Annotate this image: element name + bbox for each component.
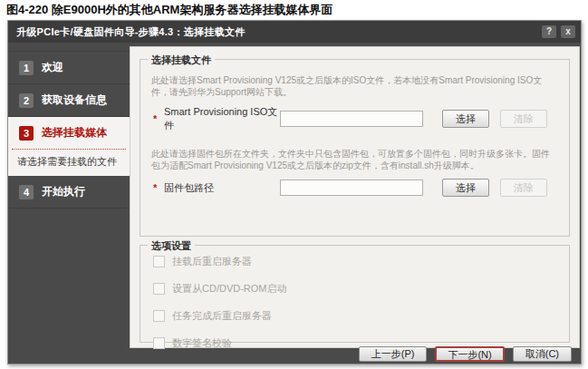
step-number: 1 xyxy=(19,61,34,75)
content-panel: 选择挂载文件 此处请选择Smart Provisioning V125或之后版本… xyxy=(130,46,580,348)
step-item-welcome: 1 欢迎 xyxy=(8,51,130,84)
firmware-path-input[interactable] xyxy=(280,180,423,196)
step-label: 选择挂载媒体 xyxy=(42,125,107,141)
active-step-description: 请选择需要挂载的文件 xyxy=(8,150,130,176)
iso-hint-text: 此处请选择Smart Provisioning V125或之后版本的ISO文件，… xyxy=(151,74,558,98)
required-mark: * xyxy=(151,113,164,124)
step-item-select-media-active: 3 选择挂载媒体 请选择需要挂载的文件 xyxy=(8,117,130,176)
step-item-device-info: 2 获取设备信息 xyxy=(8,84,130,117)
close-icon[interactable]: x xyxy=(561,25,575,38)
help-icon[interactable]: ? xyxy=(542,25,556,38)
iso-clear-button: 清除 xyxy=(500,110,547,128)
iso-file-input[interactable] xyxy=(280,111,423,127)
checkbox-label: 设置从CD/DVD-ROM启动 xyxy=(172,282,287,296)
checkbox-label: 任务完成后重启服务器 xyxy=(172,309,272,323)
screenshot-root: 图4-220 除E9000H外的其他ARM架构服务器选择挂载媒体界面 升级PCI… xyxy=(0,0,588,369)
step-number: 3 xyxy=(19,126,34,141)
upgrade-wizard-dialog: 升级PCIe卡/硬盘固件向导-步骤4.3：选择挂载文件 ? x 1 欢迎 2 获… xyxy=(7,20,582,364)
checkbox-icon[interactable] xyxy=(153,310,165,322)
iso-field-row: * Smart Provisioning ISO文件 选择 清除 xyxy=(151,105,558,132)
step-label: 获取设备信息 xyxy=(42,92,107,108)
firmware-hint-text: 此处请选择固件包所在文件夹，文件夹中只包含固件包，可放置多个固件包，同时升级多张… xyxy=(151,148,558,171)
option-boot-from-cd: 设置从CD/DVD-ROM启动 xyxy=(153,282,558,296)
firmware-path-label: 固件包路径 xyxy=(164,181,280,195)
group-title: 选择挂载文件 xyxy=(148,53,215,67)
required-mark: * xyxy=(151,182,164,193)
option-restart-after-mount: 挂载后重启服务器 xyxy=(153,255,558,268)
step-label: 开始执行 xyxy=(42,184,85,199)
previous-button[interactable]: 上一步(P) xyxy=(359,346,428,362)
iso-select-button[interactable]: 选择 xyxy=(442,110,489,128)
dialog-title: 升级PCIe卡/硬盘固件向导-步骤4.3：选择挂载文件 xyxy=(16,25,537,39)
figure-caption: 图4-220 除E9000H外的其他ARM架构服务器选择挂载媒体界面 xyxy=(6,2,333,18)
option-restart-after-task: 任务完成后重启服务器 xyxy=(153,309,558,323)
dialog-footer: 上一步(P) 下一步(N) 取消(C) xyxy=(8,346,581,364)
dialog-titlebar: 升级PCIe卡/硬盘固件向导-步骤4.3：选择挂载文件 ? x xyxy=(8,21,581,43)
step-number: 2 xyxy=(19,93,34,108)
step-number: 4 xyxy=(19,185,34,199)
wizard-steps-sidebar: 1 欢迎 2 获取设备信息 3 选择挂载媒体 请选择需要挂载的文件 xyxy=(8,43,130,364)
firmware-clear-button: 清除 xyxy=(500,179,547,197)
firmware-field-row: * 固件包路径 选择 清除 xyxy=(151,179,558,197)
checkbox-icon[interactable] xyxy=(153,283,165,295)
cancel-button[interactable]: 取消(C) xyxy=(513,346,572,362)
checkbox-label: 挂载后重启服务器 xyxy=(172,255,252,268)
iso-field-label: Smart Provisioning ISO文件 xyxy=(164,105,280,132)
option-settings-group: 选项设置 挂载后重启服务器 设置从CD/DVD-ROM启动 任务完成后重启服务器… xyxy=(140,245,570,343)
step-item-execute: 4 开始执行 xyxy=(8,176,130,209)
checkbox-icon[interactable] xyxy=(153,256,165,267)
firmware-select-button[interactable]: 选择 xyxy=(442,179,489,197)
select-mount-file-group: 选择挂载文件 此处请选择Smart Provisioning V125或之后版本… xyxy=(140,59,570,237)
step-label: 欢迎 xyxy=(42,60,63,75)
next-button[interactable]: 下一步(N) xyxy=(435,346,504,362)
group-title: 选项设置 xyxy=(148,239,195,253)
